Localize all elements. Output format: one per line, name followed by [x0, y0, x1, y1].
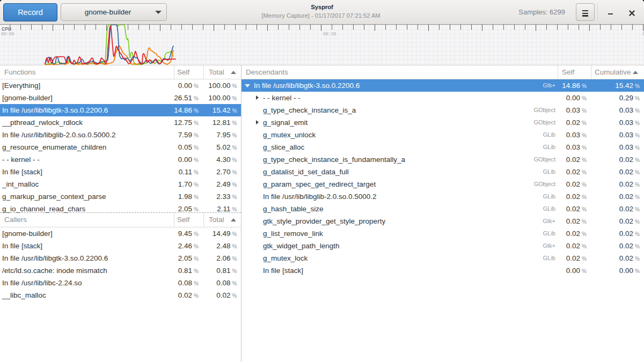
svg-text:00:30: 00:30	[323, 32, 336, 36]
svg-text:CPU: CPU	[2, 26, 11, 32]
svg-text:00:00: 00:00	[1, 32, 14, 36]
